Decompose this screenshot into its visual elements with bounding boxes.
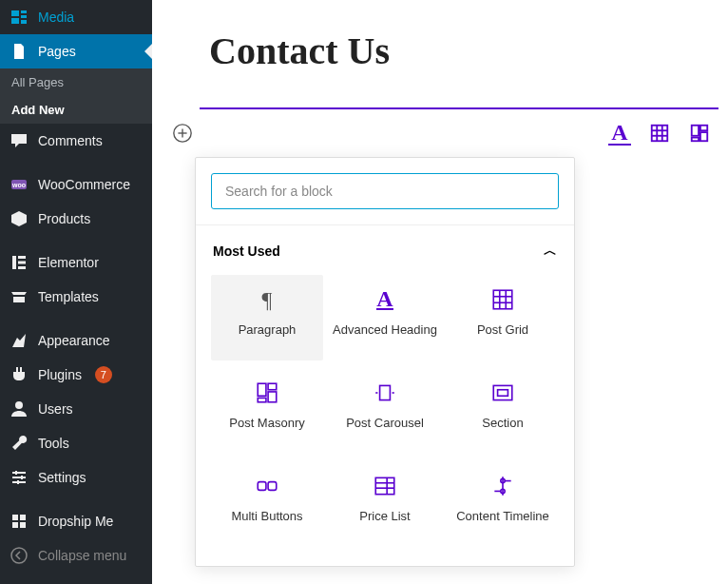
admin-sidebar: Media Pages All Pages Add New Comments w… [0,0,152,584]
timeline-icon [489,473,516,499]
svg-rect-39 [380,385,391,399]
sidebar-item-users[interactable]: Users [0,392,152,426]
block-label: Content Timeline [456,509,549,539]
sidebar-item-settings[interactable]: Settings [0,460,152,495]
block-post-masonry[interactable]: Post Masonry [211,368,323,454]
collapse-icon [10,546,29,565]
chevron-up-icon: ︿ [544,243,557,260]
inserter-section-title: Most Used [213,243,280,259]
svg-rect-12 [17,480,19,484]
block-label: Paragraph [239,322,297,353]
sidebar-item-label: Collapse menu [38,548,126,563]
block-multi-buttons[interactable]: Multi Buttons [211,461,323,547]
sidebar-item-label: Tools [38,436,69,451]
svg-rect-46 [375,477,394,494]
sidebar-item-label: Media [38,10,74,25]
block-paragraph[interactable]: ¶ Paragraph [211,275,323,360]
svg-rect-37 [268,392,277,402]
templates-icon [10,287,29,306]
svg-rect-45 [268,482,277,491]
svg-rect-11 [21,476,23,479]
svg-rect-36 [268,383,277,390]
sidebar-item-collapse[interactable]: Collapse menu [0,538,152,573]
add-block-button[interactable] [171,122,194,145]
grid-icon [489,286,516,313]
svg-rect-38 [258,398,266,401]
plugins-icon [10,365,29,384]
sidebar-item-label: Templates [38,289,99,304]
editor-canvas: Contact Us A Most Used ︿ [152,0,728,584]
sidebar-item-label: Dropship Me [38,514,113,529]
block-label: Post Grid [477,322,528,353]
svg-rect-16 [20,522,26,528]
block-toolbar: A [200,121,718,153]
appearance-icon [10,331,29,350]
svg-rect-7 [12,472,26,474]
users-icon [10,399,29,419]
grid-toolbar-icon[interactable] [648,122,671,145]
tools-icon [10,434,29,453]
inserter-search-wrap [196,158,574,224]
sidebar-item-appearance[interactable]: Appearance [0,323,152,358]
sidebar-item-label: Products [38,211,90,226]
sidebar-item-dropshipme[interactable]: Dropship Me [0,504,152,538]
sidebar-item-label: Elementor [38,255,99,270]
sidebar-item-label: Pages [38,44,76,59]
block-content-timeline[interactable]: Content Timeline [447,461,559,547]
block-advanced-heading[interactable]: A Advanced Heading [329,275,441,360]
sidebar-item-woocommerce[interactable]: woo WooCommerce [0,167,152,202]
svg-rect-14 [20,515,26,520]
sidebar-item-pages[interactable]: Pages [0,34,152,68]
svg-rect-2 [12,256,16,269]
sidebar-item-elementor[interactable]: Elementor [0,245,152,280]
woo-icon: woo [10,175,29,194]
buttons-icon [254,473,280,499]
block-label: Post Masonry [229,416,304,446]
svg-text:woo: woo [11,182,26,188]
media-icon [10,8,29,27]
sidebar-item-products[interactable]: Products [0,202,152,236]
svg-rect-8 [12,477,26,478]
sidebar-item-plugins[interactable]: Plugins 7 [0,358,152,392]
block-inserter-popover: Most Used ︿ ¶ Paragraph A Advanced Headi… [195,157,575,567]
products-icon [10,209,29,228]
dropship-icon [10,512,29,531]
block-section[interactable]: Section [447,368,559,454]
svg-rect-35 [258,383,266,396]
svg-rect-29 [692,138,699,142]
inserter-section-header[interactable]: Most Used ︿ [211,239,559,275]
block-label: Section [482,416,523,446]
masonry-toolbar-icon[interactable] [688,122,711,145]
pricelist-icon [372,473,398,499]
svg-rect-13 [12,515,18,520]
svg-rect-42 [493,385,512,399]
svg-rect-27 [700,126,707,131]
block-post-grid[interactable]: Post Grid [447,275,559,360]
sidebar-item-label: Users [38,401,73,417]
comments-icon [10,131,29,150]
svg-rect-10 [15,471,17,475]
sidebar-item-media[interactable]: Media [0,0,152,34]
sidebar-item-comments[interactable]: Comments [0,124,152,158]
svg-rect-21 [652,126,668,142]
block-price-list[interactable]: Price List [329,461,441,547]
carousel-icon [372,380,398,406]
submenu-all-pages[interactable]: All Pages [0,68,152,96]
block-label: Advanced Heading [333,322,437,353]
submenu-add-new[interactable]: Add New [0,96,152,124]
sidebar-item-label: Appearance [38,333,110,348]
block-post-carousel[interactable]: Post Carousel [329,368,441,454]
inserter-scroll[interactable]: Most Used ︿ ¶ Paragraph A Advanced Headi… [196,225,574,566]
svg-point-17 [11,548,27,563]
plugins-badge: 7 [95,366,112,383]
settings-icon [10,468,29,487]
svg-rect-44 [258,482,266,491]
page-title[interactable]: Contact Us [209,29,718,73]
heading-toolbar-icon[interactable]: A [608,121,631,146]
sidebar-item-templates[interactable]: Templates [0,280,152,314]
block-search-input[interactable] [211,173,559,209]
sidebar-item-label: WooCommerce [38,177,130,192]
svg-rect-15 [12,522,18,528]
sidebar-item-tools[interactable]: Tools [0,426,152,460]
sidebar-item-label: Settings [38,470,86,485]
